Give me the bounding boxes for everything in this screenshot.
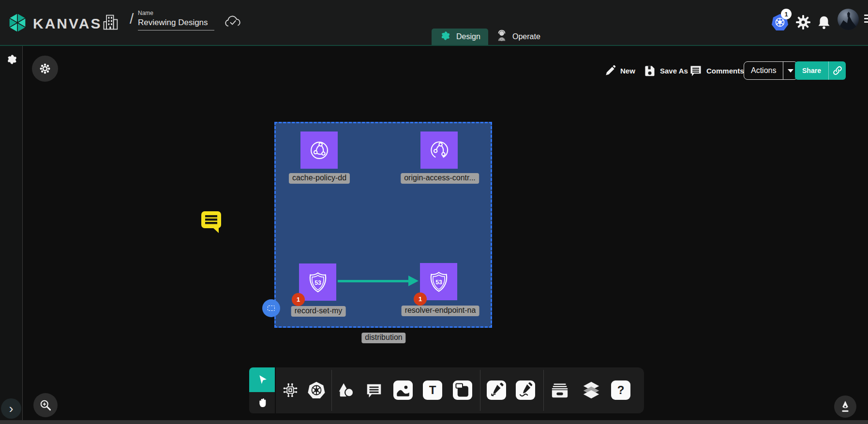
- zoom-button[interactable]: [33, 393, 58, 417]
- left-sidebar: [0, 46, 23, 420]
- sidebar-spiral-icon[interactable]: [5, 53, 19, 68]
- note-tool[interactable]: [453, 380, 472, 400]
- svg-text:53: 53: [435, 278, 442, 285]
- selection-handle[interactable]: [262, 299, 280, 317]
- help-tool[interactable]: ?: [611, 380, 630, 400]
- node-origin-access-control[interactable]: [420, 132, 458, 169]
- pencil-icon: [604, 64, 616, 77]
- edge-record-to-resolver[interactable]: [338, 280, 409, 282]
- group-label-distribution: distribution: [361, 333, 405, 343]
- selection-group[interactable]: 53 53 1 1 cache-policy-dd origin-access-…: [274, 122, 492, 328]
- toolbar-divider: [480, 370, 480, 411]
- error-badge-resolver-endpoint[interactable]: 1: [414, 292, 427, 306]
- organization-icon[interactable]: [102, 13, 120, 34]
- notifications-button[interactable]: [814, 13, 834, 32]
- comments-button-label: Comments: [706, 67, 744, 75]
- chevron-right-icon: ›: [9, 402, 14, 415]
- pencil-scribble-icon: [517, 382, 534, 398]
- toolbar-divider: [543, 370, 544, 411]
- drawer-archive-icon: [550, 381, 569, 399]
- name-field-label: Name: [138, 10, 215, 16]
- kubernetes-count-badge: 1: [781, 9, 792, 19]
- user-avatar[interactable]: [838, 9, 859, 30]
- help-glyph: ?: [617, 383, 625, 397]
- svg-text:53: 53: [314, 279, 321, 286]
- design-spiral-icon: [439, 29, 452, 44]
- actions-dropdown-label: Actions: [744, 66, 783, 75]
- component-tool[interactable]: [281, 380, 300, 400]
- freehand-draw-tool[interactable]: [516, 380, 535, 400]
- node-record-set[interactable]: 53: [299, 263, 336, 301]
- tab-design-label: Design: [456, 32, 480, 41]
- actions-dropdown[interactable]: Actions: [744, 61, 798, 80]
- shapes-icon: [337, 381, 355, 399]
- edge-pen-tool[interactable]: [487, 380, 506, 400]
- origin-access-globe-icon: [427, 138, 452, 163]
- shapes-tool[interactable]: [336, 380, 356, 400]
- route53-shield-icon: 53: [426, 269, 451, 294]
- expand-sidebar-button[interactable]: ›: [1, 398, 21, 419]
- share-button[interactable]: Share: [795, 61, 846, 80]
- node-label-origin-access-control: origin-access-contr...: [401, 173, 479, 184]
- caret-down-icon: [788, 69, 793, 73]
- new-button-label: New: [620, 67, 635, 75]
- cloud-sync-icon: [224, 14, 243, 32]
- save-as-button-label: Save As: [660, 67, 688, 75]
- comment-bubble-icon: [365, 381, 383, 399]
- new-button[interactable]: New: [604, 61, 635, 80]
- route53-shield-icon: 53: [305, 270, 330, 295]
- share-button-label: Share: [795, 67, 828, 74]
- comment-tool[interactable]: [364, 380, 384, 400]
- app-title: KANVAS: [33, 15, 102, 32]
- operator-headset-icon: [495, 29, 508, 44]
- image-icon: [395, 382, 411, 398]
- app-logo[interactable]: KANVAS: [7, 12, 102, 36]
- design-name-input[interactable]: [138, 16, 214, 30]
- chip-icon: [281, 381, 299, 399]
- comment-icon: [689, 64, 703, 77]
- settings-button[interactable]: [793, 13, 813, 32]
- select-tool-active[interactable]: [249, 367, 275, 392]
- text-tool-glyph: T: [429, 383, 436, 397]
- hand-icon: [256, 396, 269, 409]
- layers-tool[interactable]: [582, 380, 601, 400]
- kubernetes-tool[interactable]: [307, 380, 326, 400]
- kanvas-logo-icon: [7, 12, 28, 36]
- breadcrumb-separator: /: [130, 11, 134, 27]
- toolbar-divider: [331, 370, 332, 411]
- kubernetes-wheel-icon: [307, 380, 326, 400]
- comment-pin-icon: [200, 209, 223, 234]
- tab-operate[interactable]: Operate: [488, 29, 548, 45]
- bottom-edge-strip: [0, 420, 868, 424]
- tab-operate-label: Operate: [512, 32, 540, 41]
- edge-arrowhead: [408, 276, 419, 286]
- pan-tool[interactable]: [249, 392, 275, 413]
- layers-icon: [582, 380, 601, 400]
- floppy-save-icon: [644, 64, 656, 77]
- error-badge-record-set[interactable]: 1: [292, 293, 305, 306]
- menu-button[interactable]: [864, 15, 868, 23]
- text-tool[interactable]: T: [423, 380, 442, 400]
- copy-link-button[interactable]: [828, 61, 846, 80]
- design-name-block: Name: [138, 10, 215, 30]
- zoom-in-icon: [39, 398, 52, 412]
- bell-icon: [817, 15, 831, 30]
- image-tool[interactable]: [393, 380, 413, 400]
- comments-button[interactable]: Comments: [689, 61, 744, 80]
- canvas-comment-marker[interactable]: [200, 209, 223, 236]
- save-as-button[interactable]: Save As: [644, 61, 688, 80]
- design-pen-button[interactable]: [834, 395, 856, 418]
- link-icon: [832, 65, 843, 76]
- dashed-rect-icon: [268, 306, 275, 311]
- node-label-record-set: record-set-my: [291, 306, 346, 317]
- note-icon: [454, 382, 471, 398]
- node-cache-policy[interactable]: [300, 132, 338, 169]
- pen-nib-icon: [839, 400, 852, 413]
- kanvas-app: KANVAS / Name: [0, 0, 868, 424]
- tab-design[interactable]: Design: [432, 29, 488, 45]
- node-resolver-endpoint[interactable]: 53: [420, 263, 457, 300]
- canvas-settings-button[interactable]: [32, 56, 58, 82]
- cloudfront-globe-icon: [307, 138, 332, 163]
- drawer-tool[interactable]: [550, 380, 569, 400]
- gear-icon: [795, 15, 811, 30]
